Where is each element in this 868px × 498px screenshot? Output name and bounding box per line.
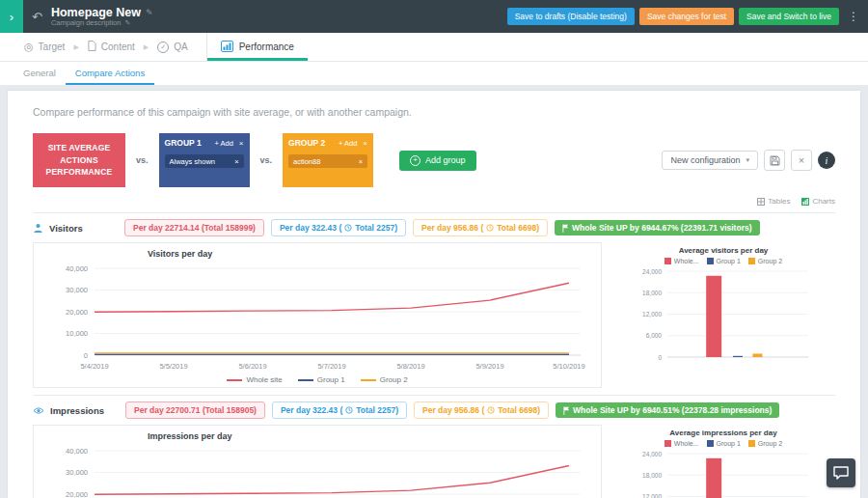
save-disk-icon bbox=[770, 155, 780, 166]
impressions-section: Impressions Per day 22700.71 (Total 1589… bbox=[33, 395, 835, 498]
page-title: Homepage New bbox=[51, 6, 141, 19]
clock-icon bbox=[344, 224, 352, 232]
clock-icon bbox=[487, 406, 495, 414]
legend-label: Group 1 bbox=[717, 258, 741, 264]
check-circle-icon: ✓ bbox=[157, 42, 169, 53]
flag-icon bbox=[563, 406, 570, 415]
configuration-controls: New configuration ▾ × i bbox=[662, 150, 835, 171]
table-icon bbox=[757, 198, 765, 206]
info-icon[interactable]: i bbox=[818, 152, 835, 169]
plus-icon: + bbox=[410, 155, 420, 166]
svg-text:30,000: 30,000 bbox=[66, 468, 88, 477]
step-qa[interactable]: ✓ QA bbox=[149, 33, 196, 61]
group2-title: GROUP 2 bbox=[288, 138, 339, 148]
title-block: Homepage New ✎ Campaign description ✎ bbox=[51, 6, 153, 28]
chip-remove-icon[interactable]: × bbox=[359, 157, 363, 166]
campaign-description-label: Campaign description bbox=[51, 19, 122, 28]
legend-swatch bbox=[298, 379, 313, 381]
group2-add-action-button[interactable]: + Add bbox=[339, 139, 357, 148]
visitors-line-chart: 010,00020,00030,00040,0005/4/20195/5/201… bbox=[41, 261, 593, 374]
group1-remove-button[interactable]: × bbox=[239, 139, 244, 148]
section-title: Visitors bbox=[49, 223, 107, 234]
legend-label: Group 1 bbox=[717, 440, 741, 447]
legend-label: Whole... bbox=[674, 440, 699, 447]
legend-group2[interactable]: Group 2 bbox=[361, 375, 408, 384]
back-button[interactable]: › bbox=[0, 0, 23, 33]
chat-bubble-icon bbox=[833, 466, 849, 480]
save-configuration-button[interactable] bbox=[764, 150, 785, 171]
impressions-bar-chart: 06,00012,00018,00024,000 bbox=[627, 449, 820, 498]
view-tables-label: Tables bbox=[768, 197, 790, 206]
clock-icon bbox=[486, 224, 494, 232]
legend-label: Group 2 bbox=[758, 258, 782, 264]
visitors-icon bbox=[33, 223, 43, 234]
group2-card: GROUP 2 + Add × action88 × bbox=[283, 133, 373, 187]
step-target-label: Target bbox=[39, 42, 66, 52]
legend-swatch bbox=[748, 258, 755, 264]
uplift-stat: Whole Site UP by 6940.51% (22378.28 impr… bbox=[556, 402, 779, 418]
legend-swatch bbox=[748, 440, 755, 447]
legend-group1: Group 1 bbox=[707, 258, 741, 264]
group1-action-chip[interactable]: Always shown × bbox=[165, 154, 244, 168]
clear-configuration-button[interactable]: × bbox=[791, 150, 812, 171]
line-chart-title: Visitors per day bbox=[148, 249, 593, 259]
visitors-stats: Per day 22714.14 (Total 158999) Per day … bbox=[124, 219, 760, 236]
topbar-actions: Save to drafts (Disable testing) Save ch… bbox=[507, 8, 868, 25]
flag-icon bbox=[562, 224, 569, 233]
legend-whole-site: Whole... bbox=[665, 440, 699, 447]
impressions-line-chart: 010,00020,00030,00040,0005/4/20195/5/201… bbox=[41, 443, 593, 498]
overflow-menu-icon[interactable]: ⋮ bbox=[844, 10, 863, 23]
svg-text:12,000: 12,000 bbox=[642, 493, 662, 498]
undo-icon[interactable]: ↶ bbox=[32, 10, 42, 24]
svg-text:6,000: 6,000 bbox=[646, 332, 663, 339]
group1-stat-total: Total 2257) bbox=[356, 405, 398, 415]
add-group-button[interactable]: + Add group bbox=[399, 151, 476, 171]
tab-general[interactable]: General bbox=[14, 62, 66, 85]
group2-stat-total: Total 6698) bbox=[497, 223, 539, 233]
save-drafts-button[interactable]: Save to drafts (Disable testing) bbox=[507, 8, 635, 25]
legend-group1[interactable]: Group 1 bbox=[298, 375, 345, 384]
impressions-line-chart-panel: Impressions per day 010,00020,00030,0004… bbox=[33, 425, 602, 498]
feedback-chat-button[interactable] bbox=[827, 458, 855, 487]
save-test-button[interactable]: Save changes for test bbox=[639, 8, 734, 25]
group2-stat-text: Per day 956.86 ( bbox=[421, 223, 483, 233]
svg-text:20,000: 20,000 bbox=[66, 308, 88, 317]
chip-remove-icon[interactable]: × bbox=[234, 157, 238, 166]
edit-title-icon[interactable]: ✎ bbox=[146, 8, 153, 17]
edit-description-icon[interactable]: ✎ bbox=[124, 19, 130, 27]
svg-text:24,000: 24,000 bbox=[642, 451, 662, 457]
chevron-down-icon: ▾ bbox=[746, 156, 749, 164]
legend-label: Whole... bbox=[674, 258, 699, 264]
group2-remove-button[interactable]: × bbox=[363, 139, 367, 148]
configuration-dropdown[interactable]: New configuration ▾ bbox=[662, 151, 758, 170]
svg-text:5/5/2019: 5/5/2019 bbox=[159, 362, 187, 371]
visitors-line-chart-panel: Visitors per day 010,00020,00030,00040,0… bbox=[33, 242, 602, 388]
legend-label: Group 1 bbox=[317, 375, 345, 384]
chart-icon bbox=[801, 198, 809, 206]
impressions-eye-icon bbox=[33, 406, 44, 415]
group2-action-chip[interactable]: action88 × bbox=[288, 154, 367, 168]
step-target[interactable]: ◎ Target bbox=[15, 33, 73, 61]
legend-swatch bbox=[707, 440, 714, 447]
step-content-label: Content bbox=[101, 42, 135, 52]
group1-stat-total: Total 2257) bbox=[355, 223, 397, 233]
site-average-stat: Per day 22714.14 (Total 158999) bbox=[124, 219, 264, 236]
save-live-button[interactable]: Save and Switch to live bbox=[739, 8, 839, 25]
group2-stat-text: Per day 956.86 ( bbox=[422, 405, 484, 415]
group1-add-action-button[interactable]: + Add bbox=[214, 139, 232, 148]
tab-performance[interactable]: Performance bbox=[206, 33, 308, 61]
tab-compare-actions[interactable]: Compare Actions bbox=[66, 62, 154, 85]
step-content[interactable]: Content bbox=[79, 33, 144, 61]
clock-icon bbox=[345, 406, 353, 414]
view-tables-toggle[interactable]: Tables bbox=[757, 197, 790, 206]
site-average-card: SITE AVERAGE ACTIONS PERFORMANCE bbox=[33, 133, 125, 187]
svg-text:10,000: 10,000 bbox=[66, 329, 88, 338]
view-charts-toggle[interactable]: Charts bbox=[801, 197, 835, 206]
bar-chart-title: Average impressions per day bbox=[611, 429, 835, 437]
svg-text:5/10/2019: 5/10/2019 bbox=[553, 362, 584, 371]
legend-whole-site[interactable]: Whole site bbox=[227, 375, 282, 384]
svg-text:20,000: 20,000 bbox=[66, 490, 88, 498]
section-title: Impressions bbox=[50, 405, 108, 416]
add-group-label: Add group bbox=[425, 155, 466, 165]
chevron-right-icon: › bbox=[10, 10, 14, 24]
